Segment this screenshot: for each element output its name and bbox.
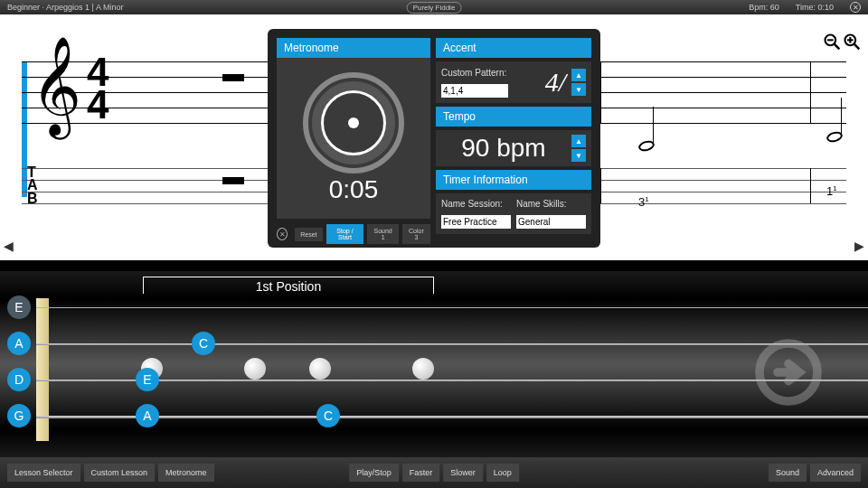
fret-note-E[interactable]: E <box>136 368 159 391</box>
finger-dot <box>412 358 434 380</box>
zoom-in-icon[interactable] <box>843 33 861 51</box>
svg-line-4 <box>854 44 860 50</box>
advance-arrow-icon[interactable] <box>752 336 825 408</box>
lesson-selector-button[interactable]: Lesson Selector <box>7 464 80 482</box>
sound-button[interactable]: Sound <box>769 464 807 482</box>
skills-label: Name Skills: <box>516 199 586 209</box>
accent-display: 4/ <box>545 67 566 98</box>
app-logo: Purely Fiddle <box>407 2 462 14</box>
time-signature: 44 <box>87 56 108 121</box>
rest <box>222 74 244 81</box>
fretboard: 1st Position EADGCEAC <box>0 271 868 457</box>
fret-note-C[interactable]: C <box>192 332 215 355</box>
session-label: Name Session: <box>441 199 511 209</box>
slower-button[interactable]: Slower <box>443 464 483 482</box>
accent-up-icon[interactable]: ▲ <box>571 69 586 81</box>
barline <box>600 61 601 123</box>
accent-header: Accent <box>436 38 591 58</box>
metronome-dial[interactable] <box>303 72 404 174</box>
pattern-label: Custom Pattern: <box>441 68 540 78</box>
pattern-input[interactable] <box>441 84 508 98</box>
top-bar: Beginner · Arpeggios 1 | A Minor Purely … <box>0 0 868 14</box>
faster-button[interactable]: Faster <box>402 464 440 482</box>
custom-lesson-button[interactable]: Custom Lesson <box>84 464 156 482</box>
tempo-down-icon[interactable]: ▼ <box>571 149 586 162</box>
reset-button[interactable]: Reset <box>295 228 322 241</box>
loop-button[interactable]: Loop <box>486 464 519 482</box>
fret-note-A[interactable]: A <box>136 404 159 427</box>
position-label: 1st Position <box>143 277 434 294</box>
session-input[interactable] <box>441 215 511 229</box>
open-string-A[interactable]: A <box>7 332 31 355</box>
timer-header: Timer Information <box>436 170 591 190</box>
time-label: Time: 0:10 <box>796 3 834 12</box>
metronome-time: 0:05 <box>329 175 379 204</box>
accent-down-icon[interactable]: ▼ <box>571 83 586 96</box>
sound-button[interactable]: Sound 1 <box>367 224 398 244</box>
treble-clef: 𝄞 <box>31 43 81 129</box>
open-string-E[interactable]: E <box>7 296 31 319</box>
open-string-D[interactable]: D <box>7 368 31 391</box>
advanced-button[interactable]: Advanced <box>810 464 861 482</box>
color-button[interactable]: Color 3 <box>402 224 430 244</box>
stop-start-button[interactable]: Stop / Start <box>326 224 364 244</box>
metronome-button[interactable]: Metronome <box>158 464 214 482</box>
bottom-bar: Lesson SelectorCustom LessonMetronome Pl… <box>0 457 868 488</box>
metronome-header: Metronome <box>277 38 430 58</box>
lesson-title: Beginner · Arpeggios 1 | A Minor <box>7 3 123 12</box>
tempo-display: 90 bpm <box>441 134 566 163</box>
close-icon[interactable]: ✕ <box>850 2 861 13</box>
tempo-header: Tempo <box>436 107 591 127</box>
play-stop-button[interactable]: Play/Stop <box>349 464 399 482</box>
tab-rest <box>222 177 244 184</box>
svg-line-1 <box>835 44 840 50</box>
skills-input[interactable] <box>516 215 586 229</box>
nut <box>36 298 49 441</box>
barline <box>810 61 811 123</box>
finger-dot <box>309 358 331 380</box>
metronome-panel: Metronome 0:05 ✕ Reset Stop / Start Soun… <box>268 29 600 248</box>
scroll-right-icon[interactable]: ▶ <box>854 239 864 253</box>
tab-number: 31 <box>638 195 649 210</box>
panel-close-icon[interactable]: ✕ <box>277 228 288 240</box>
fret-note-C[interactable]: C <box>316 404 340 427</box>
open-string-G[interactable]: G <box>7 404 31 427</box>
tab-number: 11 <box>826 184 837 199</box>
bpm-label: Bpm: 60 <box>749 3 779 12</box>
scroll-left-icon[interactable]: ◀ <box>4 239 14 253</box>
tempo-up-icon[interactable]: ▲ <box>571 135 586 147</box>
zoom-out-icon[interactable] <box>823 33 841 51</box>
finger-dot <box>244 358 266 380</box>
